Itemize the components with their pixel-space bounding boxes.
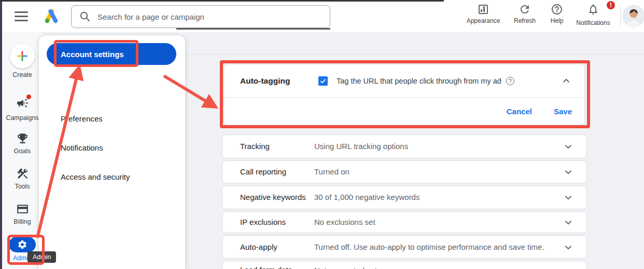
notifications-button[interactable]: ! Notifications xyxy=(571,3,615,29)
sidebar-item-create[interactable]: Create xyxy=(2,44,43,78)
auto-tagging-checkbox[interactable] xyxy=(318,76,328,86)
auto-tagging-checkbox-label: Tag the URL that people click through fr… xyxy=(337,77,501,85)
screenshot-left-edge xyxy=(0,0,2,269)
search-input[interactable] xyxy=(97,12,323,21)
notifications-bell-icon xyxy=(587,3,599,16)
menu-item-preferences[interactable]: Preferences xyxy=(39,109,185,128)
settings-row-call-reporting[interactable]: Call reporting Turned on xyxy=(222,160,587,183)
settings-row-tracking[interactable]: Tracking Using URL tracking options xyxy=(222,134,587,158)
notifications-badge: ! xyxy=(606,0,616,10)
auto-tagging-panel: Auto-tagging Tag the URL that people cli… xyxy=(223,64,585,125)
campaigns-alert-dot xyxy=(26,95,31,99)
user-avatar[interactable] xyxy=(622,5,644,28)
appearance-button[interactable]: Appearance xyxy=(466,3,501,29)
settings-row-ip-exclusions[interactable]: IP exclusions No exclusions set xyxy=(222,211,587,233)
sidebar-item-goals[interactable]: Goals xyxy=(2,132,43,155)
settings-row-auto-apply[interactable]: Auto-apply Turned off. Use auto-apply to… xyxy=(222,235,587,259)
checkmark-icon xyxy=(319,77,327,85)
create-plus-icon xyxy=(10,44,35,69)
refresh-button[interactable]: Refresh xyxy=(510,3,539,29)
settings-row-lead-form-data[interactable]: Lead form data Not connected yet xyxy=(222,261,587,269)
admin-gear-icon xyxy=(17,239,27,250)
settings-row-negative-keywords[interactable]: Negative keywords 30 of 1,000 negative k… xyxy=(222,185,587,209)
top-bar: Appearance Refresh Help ! Notifications xyxy=(0,0,644,32)
header-divider xyxy=(185,54,644,55)
menu-item-account-settings[interactable]: Account settings xyxy=(47,43,176,65)
help-icon xyxy=(551,3,563,16)
page-search-box[interactable] xyxy=(71,5,330,28)
chevron-down-icon[interactable] xyxy=(563,217,574,228)
menu-hamburger-icon[interactable] xyxy=(15,11,28,21)
appearance-icon xyxy=(477,3,489,16)
admin-tooltip: Admin xyxy=(27,251,56,263)
chevron-down-icon[interactable] xyxy=(563,166,574,178)
chevron-up-icon[interactable] xyxy=(561,75,572,87)
google-ads-logo-icon[interactable] xyxy=(44,8,59,26)
window-seam-artifact xyxy=(176,28,330,30)
menu-item-access-security[interactable]: Access and security xyxy=(39,167,185,186)
screenshot-top-edge xyxy=(0,0,444,2)
sidebar-item-campaigns[interactable]: Campaigns xyxy=(2,97,43,122)
search-icon xyxy=(79,10,91,23)
help-button[interactable]: Help xyxy=(545,3,568,29)
goals-trophy-icon xyxy=(16,132,29,145)
topbar-divider xyxy=(620,6,621,26)
save-button[interactable]: Save xyxy=(554,107,572,116)
chevron-down-icon[interactable] xyxy=(563,241,574,253)
chevron-down-icon[interactable] xyxy=(563,192,574,203)
auto-tagging-title: Auto-tagging xyxy=(240,76,306,86)
sidebar-item-billing[interactable]: Billing xyxy=(2,203,43,225)
admin-flyout-menu: Account settings Preferences Notificatio… xyxy=(39,35,185,269)
refresh-icon xyxy=(519,3,531,16)
tools-icon xyxy=(16,167,29,180)
billing-card-icon xyxy=(16,203,29,216)
cancel-button[interactable]: Cancel xyxy=(507,107,532,116)
left-navigation: Create Campaigns Goals Tools Billing xyxy=(2,32,43,269)
menu-item-notifications[interactable]: Notifications xyxy=(39,138,185,157)
sidebar-item-tools[interactable]: Tools xyxy=(2,167,43,190)
help-circle-icon[interactable]: ? xyxy=(506,77,514,85)
chevron-down-icon[interactable] xyxy=(563,141,574,152)
